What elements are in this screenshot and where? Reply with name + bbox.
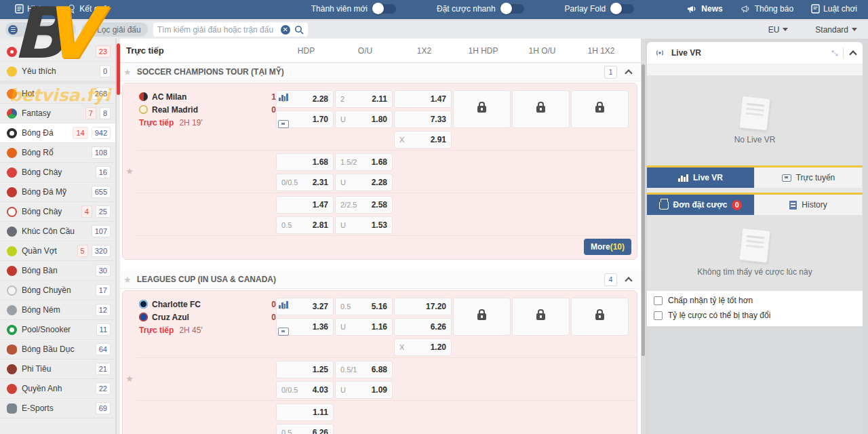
spacer [136, 196, 276, 234]
view-mode-dropdown[interactable]: Standard [815, 25, 857, 35]
live-stream-icon[interactable] [278, 120, 289, 128]
odds-cell-hdp[interactable]: 0.52.81 [276, 216, 334, 234]
main-scrollbar-thumb[interactable] [117, 43, 120, 95]
empty-document-icon [739, 228, 771, 263]
stats-chart-icon[interactable] [279, 300, 288, 309]
odds-cell-ou[interactable]: 0.5/16.88 [335, 361, 393, 378]
sidebar-item-basketball[interactable]: Bóng Rổ 108 [0, 143, 115, 163]
handicap-label: U [340, 115, 346, 123]
sidebar-item-table-tennis[interactable]: Bóng Bàn 30 [0, 261, 115, 281]
menu-pill[interactable]: ☰ ển [5, 22, 76, 37]
sidebar-item-american-football[interactable]: Bóng Đá Mỹ 655 [0, 182, 115, 202]
results-nav-button[interactable]: Kết quả [67, 4, 107, 14]
odds-cell-1x2-home[interactable]: 17.20 [394, 298, 452, 315]
odds-cell-hdp[interactable]: 0/0.54.03 [276, 381, 334, 399]
sidebar-item-pool-snooker[interactable]: Pool/Snooker 11 [0, 320, 115, 340]
sidebar-item-hot[interactable]: Hot 268 [0, 84, 115, 104]
history-nav-button[interactable]: History [15, 4, 52, 14]
content-scrollbar-thumb[interactable] [642, 64, 645, 356]
sidebar-item-darts[interactable]: Phi Tiêu 21 [0, 359, 115, 379]
odds-cell-1x2-draw[interactable]: X2.91 [394, 131, 452, 149]
odds-cell-hdp[interactable]: 1.11 [276, 403, 334, 421]
parlay-fold-toggle[interactable] [611, 4, 634, 14]
match-info[interactable]: AC Milan 1 Real Madrid 0 Trực tiếp 2H 19… [136, 90, 276, 149]
live-stream-icon[interactable] [278, 328, 289, 336]
sidebar-item-favorites[interactable]: Yêu thích 0 [0, 62, 115, 81]
odds-cell-1x2-away[interactable]: 7.33 [394, 111, 452, 128]
collapse-chevron-icon[interactable] [625, 277, 632, 284]
toggle-knob [500, 3, 512, 14]
odds-cell-ou[interactable]: 22.11 [335, 90, 393, 108]
col-1h-1x2: 1H 1X2 [572, 46, 631, 56]
league-header-soccer-champions-tour[interactable]: ★ SOCCER CHAMPIONS TOUR (TẠI MỸ) 1 [117, 63, 641, 81]
sidebar-item-handball[interactable]: Bóng Ném 12 [0, 300, 115, 320]
stats-chart-icon[interactable] [279, 93, 288, 101]
odds-cell-hdp[interactable]: 0/0.52.31 [276, 174, 334, 191]
league-header-leagues-cup[interactable]: ★ LEAGUES CUP (IN USA & CANADA) 4 [117, 271, 641, 289]
favorite-star-icon[interactable]: ★ [123, 83, 136, 259]
quick-bet-toggle[interactable] [501, 4, 524, 14]
checkbox-accept-better-odds[interactable] [654, 296, 663, 305]
accept-better-odds-option[interactable]: Chấp nhận tỷ lệ tốt hơn [654, 296, 856, 305]
sidebar-item-fantasy[interactable]: Fantasy 7 8 [0, 104, 115, 123]
main-scrollbar-track[interactable] [117, 39, 120, 434]
sidebar-item-volleyball[interactable]: Bóng Chuyền 17 [0, 281, 115, 300]
h1-hdp-column [453, 298, 511, 356]
sidebar-item-label: Hot [22, 89, 87, 98]
sidebar-item-soccer[interactable]: Bóng Đá 14 942 [0, 123, 115, 143]
odds-cell-ou[interactable]: 1.5/21.68 [335, 153, 393, 171]
odds-row-main: AC Milan 1 Real Madrid 0 Trực tiếp 2H 19… [136, 87, 637, 150]
odds-cell-ou[interactable]: U1.16 [335, 318, 393, 336]
search-input[interactable] [157, 25, 277, 35]
odds-cell-hdp[interactable]: 0.56.26 [276, 424, 334, 434]
sidebar-item-baseball[interactable]: Bóng Chày 16 [0, 163, 115, 182]
filter-leagues-pill[interactable]: ▼ Lọc giải đấu [81, 22, 148, 37]
odds-cell-ou[interactable]: U1.80 [335, 111, 393, 128]
collapse-chevron-icon[interactable] [625, 69, 632, 77]
odds-format-dropdown[interactable]: EU [768, 25, 789, 35]
notifications-button[interactable]: Thông báo [741, 4, 793, 14]
odds-value: 2.11 [372, 94, 387, 104]
new-member-toggle[interactable] [373, 4, 396, 14]
rules-button[interactable]: Luật chơi [811, 4, 857, 14]
odds-cell-1x2-home[interactable]: 1.47 [394, 90, 452, 108]
star-icon[interactable]: ★ [123, 275, 132, 285]
more-markets-button[interactable]: More(10) [584, 239, 631, 255]
rules-label: Luật chơi [823, 4, 857, 14]
favorite-star-icon[interactable]: ★ [123, 291, 136, 434]
content-scrollbar-track[interactable] [641, 39, 646, 434]
tab-bet-slip[interactable]: Đơn đặt cược 0 [647, 195, 755, 215]
odds-may-change-option[interactable]: Tỷ lệ cược có thể bị thay đổi [654, 311, 856, 320]
odds-cell-ou[interactable]: 0.55.16 [335, 298, 393, 315]
collapse-diagonal-icon[interactable]: ⤡ [831, 49, 836, 58]
sidebar-item-boxing[interactable]: Quyền Anh 22 [0, 379, 115, 399]
odds-cell-1x2-away[interactable]: 6.26 [394, 318, 452, 336]
star-icon[interactable]: ★ [123, 67, 132, 77]
odds-cell-hdp[interactable]: 1.47 [276, 196, 334, 214]
odds-cell-hdp[interactable]: 1.68 [276, 153, 334, 171]
match-info[interactable]: Charlotte FC 0 Cruz Azul 0 Trực tiếp 2H … [136, 298, 276, 356]
odds-cell-hdp[interactable]: 1.25 [276, 361, 334, 378]
sidebar-item-esports[interactable]: E-Sports 69 [0, 399, 115, 418]
tab-live-vr[interactable]: Live VR [647, 167, 755, 188]
chevron-up-icon[interactable] [849, 50, 856, 58]
clear-search-icon[interactable]: ✕ [281, 25, 290, 35]
sidebar-item-baseball-2[interactable]: Bóng Chày 4 25 [0, 202, 115, 222]
tab-history[interactable]: History [755, 195, 863, 215]
odds-cell-ou[interactable]: U1.53 [335, 216, 393, 234]
odds-cell-ou[interactable]: U2.28 [335, 174, 393, 191]
odds-cell-ou[interactable]: 2/2.52.58 [335, 196, 393, 214]
sidebar-item-rugby[interactable]: Bóng Bầu Dục 64 [0, 340, 115, 359]
basketball-icon [7, 148, 17, 158]
search-icon[interactable] [294, 25, 304, 35]
match-clock: 2H 45' [179, 326, 202, 335]
news-button[interactable]: News [687, 4, 722, 14]
odds-cell-ou[interactable]: U1.09 [335, 381, 393, 399]
sidebar-item-tennis[interactable]: Quần Vợt 5 320 [0, 241, 115, 261]
sidebar-item-live[interactable]: Trực tiếp 23 [0, 42, 115, 62]
checkbox-odds-may-change[interactable] [654, 311, 663, 320]
x12-column: 17.20 6.26 X1.20 [394, 298, 452, 356]
sidebar-item-hockey[interactable]: Khúc Côn Cầu 107 [0, 222, 115, 241]
tab-streaming[interactable]: Trực tuyến [755, 167, 863, 188]
odds-cell-1x2-draw[interactable]: X1.20 [394, 338, 452, 356]
